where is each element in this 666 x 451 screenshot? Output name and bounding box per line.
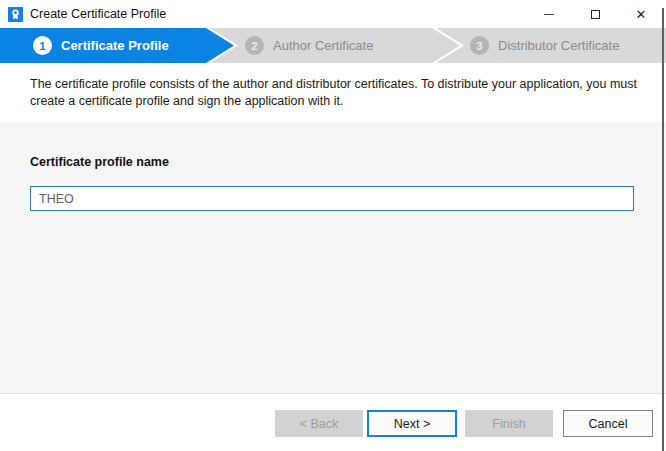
footer: < Back Next > Finish Cancel <box>0 393 666 451</box>
step-distributor-certificate: 3 Distributor Certificate <box>436 28 666 63</box>
step-1-label: Certificate Profile <box>61 38 169 53</box>
description-line-1: The certificate profile consists of the … <box>30 76 636 93</box>
cancel-button[interactable]: Cancel <box>563 410 653 437</box>
certificate-badge-icon <box>8 7 23 22</box>
wizard-description: The certificate profile consists of the … <box>0 63 666 122</box>
step-2-label: Author Certificate <box>273 38 373 53</box>
profile-name-label: Certificate profile name <box>30 155 636 169</box>
finish-button[interactable]: Finish <box>465 410 553 437</box>
title-bar: Create Certificate Profile ✕ <box>0 0 666 28</box>
next-button[interactable]: Next > <box>367 410 457 437</box>
create-certificate-profile-dialog: Create Certificate Profile ✕ 1 Certifica… <box>0 0 666 451</box>
step-1-number: 1 <box>33 36 52 55</box>
minimize-button[interactable] <box>526 0 572 28</box>
wizard-step-bar: 1 Certificate Profile 2 Author Certifica… <box>0 28 666 63</box>
form-area: Certificate profile name <box>0 122 666 393</box>
profile-name-input[interactable] <box>30 186 634 211</box>
window-controls: ✕ <box>526 0 664 28</box>
minimize-icon <box>544 14 554 15</box>
maximize-icon <box>591 10 600 19</box>
window-right-edge <box>662 8 664 451</box>
window-title: Create Certificate Profile <box>30 7 526 21</box>
maximize-button[interactable] <box>572 0 618 28</box>
button-row: < Back Next > Finish Cancel <box>275 410 653 437</box>
close-button[interactable]: ✕ <box>618 0 664 28</box>
step-3-label: Distributor Certificate <box>498 38 619 53</box>
step-2-number: 2 <box>245 36 264 55</box>
description-line-2: create a certificate profile and sign th… <box>30 93 636 110</box>
step-certificate-profile: 1 Certificate Profile <box>0 28 234 63</box>
back-button[interactable]: < Back <box>275 410 363 437</box>
step-author-certificate: 2 Author Certificate <box>210 28 460 63</box>
step-3-number: 3 <box>470 36 489 55</box>
close-icon: ✕ <box>636 8 647 21</box>
